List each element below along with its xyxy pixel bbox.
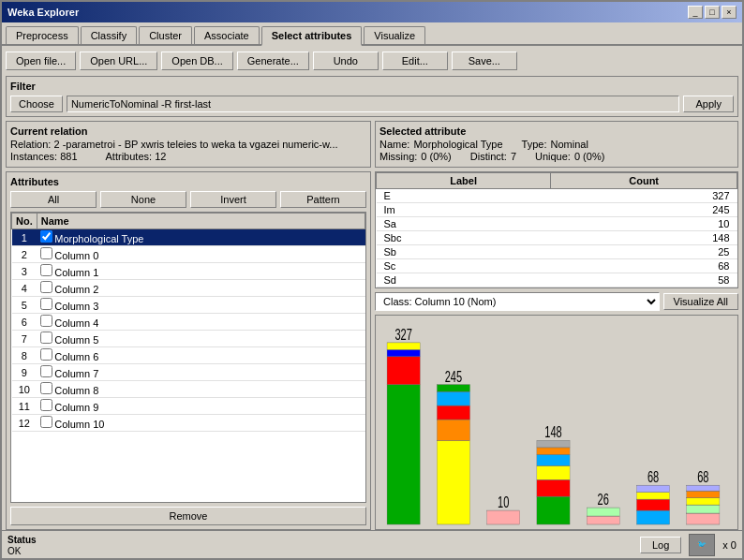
table-row[interactable]: 5 Column 3 [12, 297, 365, 314]
row-checkbox[interactable] [40, 332, 52, 344]
attr-missing-value: 0 (0%) [421, 151, 451, 162]
row-name: Column 10 [37, 415, 365, 432]
attr-data-table-wrapper: Label Count E 327 Im 245 Sa 10 Sbc 148 S… [375, 171, 738, 288]
data-label: Sb [377, 245, 551, 259]
open-db-button[interactable]: Open DB... [161, 52, 232, 70]
table-row[interactable]: 8 Column 6 [12, 347, 365, 364]
status-bar: Status OK Log 🐦 x 0 [2, 530, 742, 558]
row-no: 3 [12, 263, 37, 280]
log-button[interactable]: Log [640, 537, 681, 553]
table-row[interactable]: 3 Column 1 [12, 263, 365, 280]
tab-preprocess[interactable]: Preprocess [6, 26, 79, 44]
attr-missing-item: Missing: 0 (0%) [379, 151, 452, 162]
main-area: Current relation Relation: 2 -parametroi… [2, 121, 742, 530]
row-no: 7 [12, 331, 37, 347]
svg-text:26: 26 [598, 491, 609, 508]
row-checkbox[interactable] [40, 315, 52, 327]
attr-missing-label: Missing: [379, 151, 417, 162]
tab-classify[interactable]: Classify [81, 26, 138, 44]
current-relation-title: Current relation [10, 125, 366, 137]
choose-button[interactable]: Choose [10, 96, 63, 112]
chart-area: 32724510148266868 [375, 315, 738, 530]
row-no: 12 [12, 415, 37, 432]
class-selector[interactable]: Class: Column 10 (Nom) [375, 292, 660, 311]
svg-rect-24 [636, 499, 669, 510]
svg-rect-16 [537, 454, 570, 465]
table-row[interactable]: 6 Column 4 [12, 314, 365, 331]
close-button[interactable]: × [722, 6, 737, 19]
svg-rect-9 [437, 385, 469, 391]
svg-rect-3 [387, 343, 420, 349]
row-checkbox[interactable] [40, 348, 52, 361]
remove-button[interactable]: Remove [10, 507, 366, 525]
attributes-table-wrapper[interactable]: No. Name 1 Morphological Type 2 Column 0… [10, 212, 366, 503]
title-bar: Weka Explorer _ □ × [2, 2, 742, 22]
visualize-all-button[interactable]: Visualize All [663, 293, 739, 310]
right-panel: Selected attribute Name: Morphological T… [375, 121, 738, 530]
list-item: E 327 [377, 189, 737, 203]
row-checkbox[interactable] [40, 365, 52, 377]
table-row[interactable]: 1 Morphological Type [12, 229, 365, 246]
row-checkbox[interactable] [40, 230, 52, 243]
toolbar: Open file... Open URL... Open DB... Gene… [2, 46, 742, 76]
undo-button[interactable]: Undo [313, 52, 379, 70]
remove-btn-row: Remove [10, 507, 366, 525]
row-checkbox[interactable] [40, 416, 52, 428]
instances-label: Instances: [10, 151, 57, 162]
row-no: 2 [12, 246, 37, 263]
row-checkbox[interactable] [40, 382, 52, 394]
svg-text:10: 10 [498, 494, 509, 511]
svg-rect-1 [387, 357, 420, 385]
tab-select-attributes[interactable]: Select attributes [261, 26, 363, 46]
row-checkbox[interactable] [40, 281, 52, 293]
list-item: Sc 68 [377, 259, 737, 273]
minimize-button[interactable]: _ [688, 6, 703, 19]
invert-button[interactable]: Invert [190, 191, 276, 208]
all-button[interactable]: All [10, 191, 97, 208]
apply-button[interactable]: Apply [683, 96, 734, 112]
none-button[interactable]: None [100, 191, 186, 208]
attr-name-item: Name: Morphological Type [379, 139, 503, 150]
data-label: Sa [377, 217, 551, 231]
svg-rect-29 [687, 505, 720, 513]
table-row[interactable]: 9 Column 7 [12, 364, 365, 381]
row-checkbox[interactable] [40, 247, 52, 259]
row-checkbox[interactable] [40, 264, 52, 276]
svg-rect-15 [537, 465, 570, 479]
tab-associate[interactable]: Associate [194, 26, 260, 44]
attributes-section: Attributes All None Invert Pattern No. N… [6, 171, 371, 530]
pattern-button[interactable]: Pattern [280, 191, 366, 208]
row-no: 5 [12, 297, 37, 314]
attr-info-row-2: Missing: 0 (0%) Distinct: 7 Unique: 0 (0… [379, 151, 734, 162]
maximize-button[interactable]: □ [705, 6, 720, 19]
relation-row: Relation: 2 -parametroi - BP xwris telei… [10, 139, 366, 150]
attr-unique-item: Unique: 0 (0%) [535, 151, 604, 162]
edit-button[interactable]: Edit... [382, 52, 448, 70]
table-row[interactable]: 10 Column 8 [12, 381, 365, 398]
table-row[interactable]: 4 Column 2 [12, 280, 365, 297]
instances-value: 881 [60, 151, 77, 162]
table-row[interactable]: 11 Column 9 [12, 398, 365, 415]
filter-row: Choose NumericToNominal -R first-last Ap… [10, 96, 734, 112]
table-row[interactable]: 12 Column 10 [12, 415, 365, 432]
list-item: Sb 25 [377, 245, 737, 259]
table-row[interactable]: 2 Column 0 [12, 246, 365, 263]
save-button[interactable]: Save... [452, 52, 517, 70]
left-panel: Current relation Relation: 2 -parametroi… [6, 121, 371, 530]
svg-rect-18 [537, 440, 570, 447]
open-file-button[interactable]: Open file... [6, 52, 76, 70]
data-label: Sbc [377, 231, 551, 245]
tab-visualize[interactable]: Visualize [364, 26, 425, 44]
row-name: Morphological Type [37, 229, 365, 246]
row-checkbox[interactable] [40, 298, 52, 310]
attr-buttons: All None Invert Pattern [10, 191, 366, 208]
table-row[interactable]: 7 Column 5 [12, 331, 365, 347]
open-url-button[interactable]: Open URL... [80, 52, 157, 70]
class-row: Class: Column 10 (Nom) Visualize All [375, 292, 738, 311]
relation-value: 2 -parametroi - BP xwris teleies to weka… [53, 139, 337, 150]
generate-button[interactable]: Generate... [237, 52, 309, 70]
row-checkbox[interactable] [40, 399, 52, 411]
svg-rect-6 [437, 420, 469, 440]
tab-cluster[interactable]: Cluster [139, 26, 192, 44]
attr-distinct-label: Distinct: [470, 151, 507, 162]
